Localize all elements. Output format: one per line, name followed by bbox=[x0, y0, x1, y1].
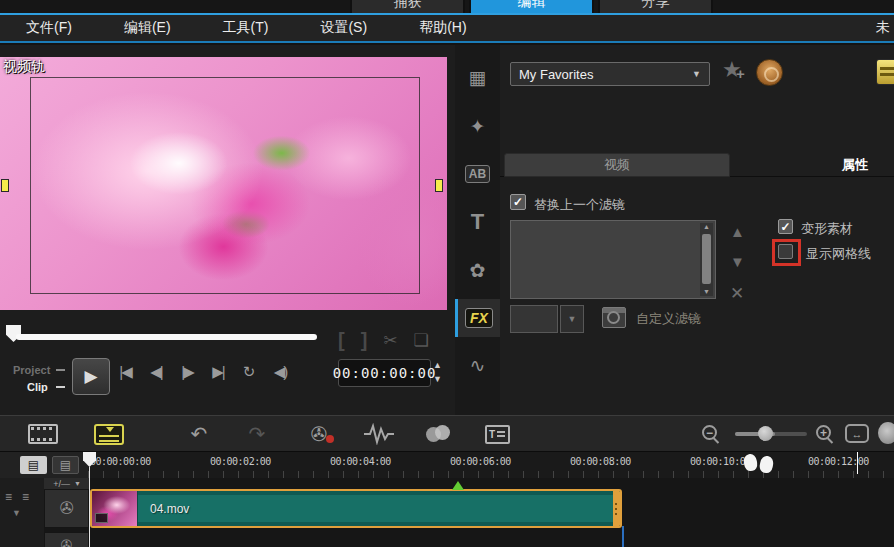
play-icon: ▶ bbox=[84, 366, 97, 387]
tab-attribute[interactable]: 属性 bbox=[730, 153, 894, 177]
timeline-ruler[interactable]: 00:00:00:00 00:00:02:00 00:00:04:00 00:0… bbox=[0, 452, 894, 478]
track-lock-icon[interactable]: ≡ bbox=[5, 490, 12, 504]
preview-video[interactable]: 视频轨 bbox=[0, 57, 447, 310]
ruler-corner: ▤ ▤ bbox=[0, 452, 88, 478]
clip-type-icon bbox=[95, 513, 108, 523]
filter-list[interactable]: ▲ ▼ bbox=[510, 220, 716, 299]
timecode-down-icon[interactable]: ▼ bbox=[433, 372, 442, 386]
preset-dropdown-button[interactable]: ▼ bbox=[560, 305, 584, 333]
scrubber-bar[interactable] bbox=[16, 334, 317, 340]
project-title-fragment: 未 bbox=[876, 19, 890, 37]
instant-project-icon[interactable]: ✦ bbox=[462, 111, 493, 141]
mark-in-icon[interactable]: [ bbox=[338, 329, 345, 352]
reel-icon: ✇ bbox=[59, 498, 73, 519]
filter-delete-icon[interactable]: ✕ bbox=[730, 283, 744, 304]
filter-move-down-icon[interactable]: ▼ bbox=[730, 253, 745, 270]
filter-move-up-icon[interactable]: ▲ bbox=[730, 223, 745, 240]
timeline-section: ↶ ↷ ✇ T − + ↔ 00:00:00: bbox=[0, 415, 894, 547]
selection-rect[interactable] bbox=[30, 77, 420, 294]
show-grid-label: 显示网格线 bbox=[806, 245, 871, 263]
end-icon[interactable]: ▶| bbox=[207, 363, 229, 381]
video-track-header[interactable]: ✇ bbox=[44, 489, 89, 528]
track-manager-alt-button[interactable]: ▤ bbox=[52, 456, 79, 474]
options-toggle-button[interactable] bbox=[876, 59, 894, 85]
split-clip-icon[interactable]: ✂ bbox=[383, 330, 397, 351]
add-to-favorites-icon[interactable]: ★ + bbox=[722, 57, 742, 83]
tab-share[interactable]: 分享 bbox=[598, 0, 713, 14]
scroll-down-icon[interactable]: ▼ bbox=[703, 288, 710, 295]
timecode-stepper[interactable]: ▲ ▼ bbox=[433, 358, 442, 386]
clip-end-marker bbox=[622, 526, 624, 547]
title-icon[interactable]: T bbox=[462, 207, 493, 237]
tab-video[interactable]: 视频 bbox=[504, 153, 730, 177]
circle-icon bbox=[435, 425, 450, 440]
next-frame-icon[interactable]: |▶ bbox=[176, 363, 198, 381]
zoom-out-icon[interactable]: − bbox=[702, 425, 717, 440]
gallery-dropdown[interactable]: My Favorites ▼ bbox=[510, 62, 710, 86]
graphics-icon[interactable]: ✿ bbox=[462, 255, 493, 285]
track-list-icon[interactable]: ≡ bbox=[22, 490, 29, 504]
subtitle-icon: T bbox=[485, 425, 510, 444]
zoom-slider-knob[interactable] bbox=[758, 426, 773, 441]
repeat-icon[interactable]: ↻ bbox=[238, 363, 260, 381]
media-library-icon[interactable]: ▦ bbox=[462, 62, 493, 92]
enlarge-preview-icon[interactable]: ❏ bbox=[414, 330, 429, 351]
clip-trim-handle[interactable] bbox=[613, 491, 620, 526]
filter-preset-box[interactable] bbox=[510, 305, 558, 333]
sound-mixer-button[interactable] bbox=[356, 420, 402, 448]
record-capture-button[interactable]: ✇ bbox=[296, 420, 342, 448]
timeline-view-button[interactable] bbox=[86, 420, 132, 448]
ruler-label: 00:00:06:00 bbox=[450, 456, 511, 467]
options-tab-bar: 视频 属性 bbox=[500, 152, 894, 177]
undo-button[interactable]: ↶ bbox=[176, 420, 222, 448]
project-mode-label[interactable]: Project bbox=[13, 364, 50, 376]
resize-handle-left[interactable] bbox=[1, 179, 9, 192]
track-add-remove-bar[interactable]: +/— ▼ bbox=[44, 478, 90, 489]
chapter-marker[interactable] bbox=[452, 481, 464, 490]
customize-filter-icon[interactable] bbox=[602, 307, 626, 328]
track-area: ≡ ≡ ▼ +/— ▼ ✇ 04.mov ✇ bbox=[0, 478, 894, 547]
menu-tools[interactable]: 工具(T) bbox=[197, 19, 295, 37]
play-button[interactable]: ▶ bbox=[72, 358, 110, 395]
mark-out-icon[interactable]: ] bbox=[361, 329, 368, 352]
menu-file[interactable]: 文件(F) bbox=[0, 19, 98, 37]
scroll-up-icon[interactable]: ▲ bbox=[703, 223, 710, 230]
ruler-label: 00:00:10:00 bbox=[690, 456, 751, 467]
menu-help[interactable]: 帮助(H) bbox=[393, 19, 492, 37]
filter-icon[interactable]: FX bbox=[455, 299, 500, 337]
previous-frame-icon[interactable]: ◀| bbox=[145, 363, 167, 381]
timeline-icon bbox=[94, 424, 124, 445]
resize-handle-right[interactable] bbox=[435, 179, 443, 192]
volume-icon[interactable]: ◀) bbox=[269, 363, 291, 381]
menu-edit[interactable]: 编辑(E) bbox=[98, 19, 197, 37]
deform-clip-checkbox[interactable]: ✓ bbox=[778, 219, 793, 234]
transition-icon[interactable]: AB bbox=[462, 159, 493, 189]
fit-project-icon[interactable]: ↔ bbox=[845, 424, 869, 443]
subtitle-button[interactable]: T bbox=[474, 420, 520, 448]
filter-list-scrollbar[interactable]: ▲ ▼ bbox=[700, 223, 713, 296]
motion-path-icon[interactable]: ∿ bbox=[462, 350, 493, 380]
ruler-tickmarks bbox=[88, 471, 894, 478]
overlay-track-header[interactable]: ✇ bbox=[44, 532, 89, 547]
replace-filter-label: 替换上一个滤镜 bbox=[534, 196, 625, 214]
timecode-display[interactable]: 00:00:00:00 bbox=[338, 359, 431, 387]
tab-edit[interactable]: 编辑 bbox=[469, 0, 594, 14]
track-manager-button[interactable]: ▤ bbox=[20, 456, 47, 474]
timeline-clip[interactable]: 04.mov bbox=[90, 489, 622, 528]
scroll-thumb[interactable] bbox=[702, 234, 711, 284]
auto-music-button[interactable] bbox=[414, 420, 460, 448]
storyboard-view-button[interactable] bbox=[20, 420, 66, 448]
clock-icon[interactable] bbox=[878, 422, 894, 444]
rail-caret-icon[interactable]: ▼ bbox=[12, 508, 21, 518]
show-grid-checkbox[interactable] bbox=[778, 244, 793, 259]
deform-clip-label: 变形素材 bbox=[801, 220, 853, 238]
home-icon[interactable]: |◀ bbox=[114, 363, 136, 381]
clip-mode-label[interactable]: Clip bbox=[27, 381, 48, 393]
replace-filter-checkbox[interactable]: ✓ bbox=[510, 194, 526, 210]
film-reel-badge-icon[interactable] bbox=[756, 59, 783, 86]
timecode-up-icon[interactable]: ▲ bbox=[433, 358, 442, 372]
redo-button[interactable]: ↷ bbox=[234, 420, 280, 448]
tab-capture[interactable]: 捕获 bbox=[350, 0, 465, 14]
zoom-in-icon[interactable]: + bbox=[816, 425, 831, 440]
menu-settings[interactable]: 设置(S) bbox=[294, 19, 393, 37]
